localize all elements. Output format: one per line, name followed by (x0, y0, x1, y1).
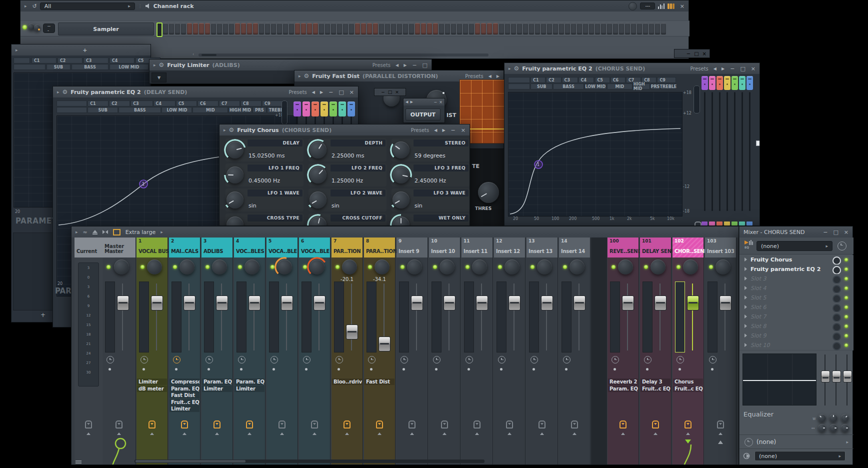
band-header[interactable]: C6 (198, 100, 218, 106)
mixer-track-2[interactable]: 2MAI..CALSCompressorParam. EQ 2Fast Dist… (169, 238, 200, 465)
step-cell[interactable] (223, 23, 228, 34)
send-switch-icon[interactable] (116, 420, 122, 428)
step-cell[interactable] (295, 23, 300, 34)
track-header[interactable]: 7PAR..TION (332, 238, 362, 258)
panel-eq-knob[interactable] (841, 414, 849, 422)
slot-expand-icon[interactable] (744, 258, 747, 262)
track-header[interactable]: MasterMaster (102, 238, 136, 258)
band-name[interactable]: LOW MID (584, 84, 606, 90)
band-slider-track[interactable] (734, 92, 736, 211)
slot-enable-led[interactable] (844, 344, 848, 347)
plugin-slot-label[interactable]: Reeverb 2 (608, 378, 638, 385)
step-cell[interactable] (409, 23, 414, 34)
band-header[interactable]: C6 (610, 77, 626, 83)
step-cell[interactable] (289, 23, 294, 34)
slot-enable-led[interactable] (844, 334, 848, 338)
panel-eq-knob[interactable] (818, 414, 826, 422)
band-header[interactable]: C4 (578, 77, 594, 83)
band-name[interactable]: HIGH MID (633, 84, 650, 90)
slot-enable-led[interactable] (844, 286, 848, 290)
step-cell[interactable] (535, 23, 540, 34)
track-led[interactable] (612, 265, 616, 269)
plugin-slot-label[interactable]: Delay 3 (640, 378, 670, 385)
add-icon[interactable]: + (40, 312, 46, 318)
preset-next-icon[interactable]: ▶ (410, 100, 412, 104)
maximize-icon[interactable]: □ (740, 66, 745, 72)
resize-grip[interactable] (756, 140, 760, 146)
record-dot[interactable] (500, 368, 502, 370)
send-knob-caret[interactable] (150, 432, 154, 435)
track-header[interactable]: 1VOCAL BUS (136, 238, 168, 258)
minimize-icon[interactable]: − (730, 66, 734, 72)
plugin-slot-label[interactable]: Fruit..c EQ 2 (640, 386, 670, 392)
preset-next-icon[interactable]: ▶ (320, 90, 323, 94)
track-pan-knob[interactable] (180, 260, 194, 274)
band-slider-track[interactable] (719, 92, 720, 211)
options-icon[interactable]: ▸ (298, 74, 301, 78)
gear-icon[interactable]: ⚙ (62, 88, 68, 96)
send-knob-caret[interactable] (442, 432, 446, 435)
band-color-swatch[interactable] (716, 222, 722, 226)
step-cell[interactable] (181, 23, 186, 34)
step-cell[interactable] (517, 23, 522, 34)
band-slider-cap[interactable] (739, 76, 746, 90)
step-cell[interactable] (589, 23, 594, 34)
step-cell[interactable] (253, 23, 258, 34)
band-slider-track[interactable] (712, 92, 713, 211)
send-knob-caret[interactable] (621, 432, 625, 435)
track-pan-knob[interactable] (650, 260, 666, 274)
fx-slot-4[interactable]: Slot 4 (740, 284, 854, 294)
plugin-slot-label[interactable]: Compressor (170, 378, 200, 385)
step-cell[interactable] (199, 23, 204, 34)
track-led[interactable] (466, 265, 470, 269)
band-color-swatch[interactable] (709, 222, 715, 226)
send-knob-caret[interactable] (572, 432, 576, 435)
mixer-menu-icon[interactable] (76, 460, 82, 465)
track-header[interactable]: 100REVE..SEND (608, 238, 638, 258)
step-cell[interactable] (265, 23, 270, 34)
plugin-slot-label[interactable]: Param. EQ 2 (170, 386, 200, 392)
band-header[interactable]: C4 (110, 58, 134, 64)
band-name[interactable]: MID (192, 107, 228, 113)
slot-mix-knob[interactable] (832, 266, 841, 274)
band-monitor-icon[interactable] (694, 222, 702, 226)
step-cell[interactable] (505, 23, 510, 34)
options-icon[interactable]: ▸ (57, 90, 60, 94)
plugin-slot-label[interactable]: Limiter (137, 378, 167, 385)
track-led[interactable] (303, 265, 307, 269)
preset-next-icon[interactable]: ▶ (722, 66, 724, 71)
mixer-track-101[interactable]: 101DELAY SENDDelay 3Fruit..c EQ 2 (640, 238, 672, 465)
options-icon[interactable]: ▸ (154, 62, 156, 68)
close-icon[interactable]: × (439, 100, 442, 104)
fx-slot-5[interactable]: Slot 5 (740, 293, 854, 303)
step-cell[interactable] (559, 23, 564, 34)
track-led[interactable] (238, 265, 242, 269)
master-knob-icon[interactable] (628, 2, 637, 10)
wide-width-icon[interactable] (113, 229, 120, 236)
send-switch-icon[interactable] (652, 420, 659, 428)
track-header[interactable]: 9Insert 9 (396, 238, 428, 258)
automation-clock-icon[interactable] (530, 356, 538, 364)
record-dot[interactable] (532, 368, 535, 370)
record-dot[interactable] (305, 368, 308, 370)
volume-fader[interactable] (541, 296, 553, 310)
track-pan-knob[interactable] (147, 260, 162, 274)
track-pan-knob[interactable] (683, 260, 698, 274)
slot-enable-led[interactable] (844, 296, 848, 300)
step-cell[interactable] (433, 23, 438, 34)
minimize-icon[interactable]: − (434, 100, 438, 104)
mixer-track-13[interactable]: 13Insert 13 (526, 238, 558, 465)
fx-slot-10[interactable]: Slot 10 (740, 340, 854, 350)
automation-clock-icon[interactable] (303, 356, 310, 364)
dock-icon[interactable] (92, 230, 98, 234)
track-header[interactable]: 102CHOR..SEND (672, 238, 704, 258)
band-header[interactable]: C3 (130, 100, 152, 106)
mixer-track-5[interactable]: 5VOCA..BLE 1 (266, 238, 298, 465)
step-cell[interactable] (205, 23, 210, 34)
step-cell[interactable] (235, 23, 240, 34)
record-dot[interactable] (711, 368, 714, 370)
track-led[interactable] (140, 265, 144, 269)
step-cell[interactable] (655, 23, 660, 34)
send-switch-icon[interactable] (148, 420, 156, 428)
band-header[interactable]: C7 (219, 100, 240, 106)
